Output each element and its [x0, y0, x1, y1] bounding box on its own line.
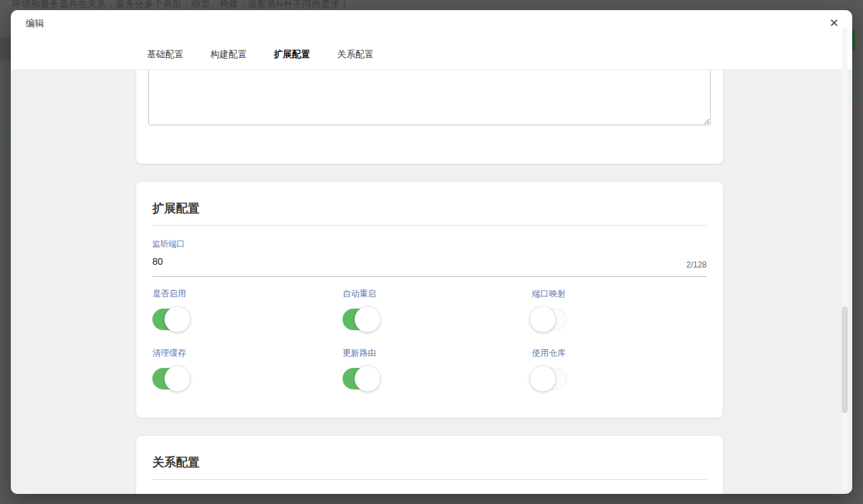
backdrop-table-line	[852, 96, 863, 97]
switch-cell-update-route: 更新路由	[343, 348, 532, 389]
dialog-header: 编辑 ✕ 基础配置 构建配置 扩展配置 关系配置	[11, 10, 852, 70]
section-title: 关系配置	[152, 436, 707, 470]
switch-cell-port-mapping: 端口映射	[532, 288, 707, 330]
switch-knob	[165, 366, 190, 391]
backdrop-table-line	[0, 132, 11, 133]
tab-basic-config[interactable]: 基础配置	[147, 49, 183, 61]
backdrop-table-line	[852, 74, 863, 75]
toggle-port-mapping[interactable]	[532, 309, 567, 330]
switch-label: 清理缓存	[152, 348, 343, 359]
scrollbar-track[interactable]	[842, 28, 847, 490]
extension-config-card: 扩展配置 监听端口 2/128 是否启用 自动重启 端口映射	[136, 182, 723, 418]
listen-port-input[interactable]	[152, 256, 624, 267]
dialog-title: 编辑	[26, 18, 44, 30]
switch-knob	[355, 366, 380, 391]
section-title: 扩展配置	[152, 182, 707, 216]
switch-cell-clear-cache: 清理缓存	[152, 348, 343, 389]
section-divider	[152, 225, 707, 226]
relation-config-card: 关系配置	[136, 436, 723, 494]
switch-grid: 是否启用 自动重启 端口映射 清理缓存 更新路由	[152, 288, 707, 389]
switch-label: 更新路由	[343, 348, 532, 359]
listen-port-field: 2/128	[152, 255, 707, 277]
switch-knob	[355, 307, 380, 332]
switch-knob	[530, 307, 556, 332]
switch-knob	[530, 366, 556, 391]
toggle-enable[interactable]	[152, 309, 187, 330]
dialog-body: 扩展配置 监听端口 2/128 是否启用 自动重启 端口映射	[11, 69, 852, 494]
section-divider	[152, 479, 707, 480]
char-counter: 2/128	[686, 260, 707, 270]
switch-label: 是否启用	[152, 288, 343, 300]
toggle-use-repo[interactable]	[532, 368, 567, 389]
switch-label: 使用仓库	[532, 348, 707, 359]
toggle-auto-restart[interactable]	[343, 309, 378, 330]
tab-build-config[interactable]: 构建配置	[210, 49, 247, 61]
switch-label: 自动重启	[343, 288, 532, 300]
edit-dialog: 编辑 ✕ 基础配置 构建配置 扩展配置 关系配置 扩展配置 监听端口 2/128…	[11, 10, 852, 494]
backdrop-table-band	[0, 38, 11, 61]
toggle-clear-cache[interactable]	[152, 368, 187, 389]
switch-cell-use-repo: 使用仓库	[532, 348, 707, 389]
tab-extension-config[interactable]: 扩展配置	[274, 49, 310, 61]
tab-relation-config[interactable]: 关系配置	[337, 49, 374, 61]
listen-port-label: 监听端口	[152, 239, 707, 250]
switch-knob	[165, 307, 190, 332]
switch-cell-enable: 是否启用	[152, 288, 343, 330]
config-textarea[interactable]	[148, 69, 711, 125]
config-tabs: 基础配置 构建配置 扩展配置 关系配置	[147, 41, 374, 68]
scrollbar-thumb[interactable]	[842, 307, 847, 413]
backdrop-table-line	[0, 101, 11, 102]
switch-cell-auto-restart: 自动重启	[343, 288, 532, 330]
toggle-update-route[interactable]	[343, 368, 378, 389]
switch-label: 端口映射	[532, 288, 707, 300]
build-config-card	[136, 69, 723, 164]
close-icon[interactable]: ✕	[825, 15, 843, 32]
backdrop-page-text: 环境和服务是共生关系，服务分多个类型，稳定、构建，适配第N种不同的需求！	[12, 0, 349, 9]
backdrop-divider	[0, 37, 11, 38]
